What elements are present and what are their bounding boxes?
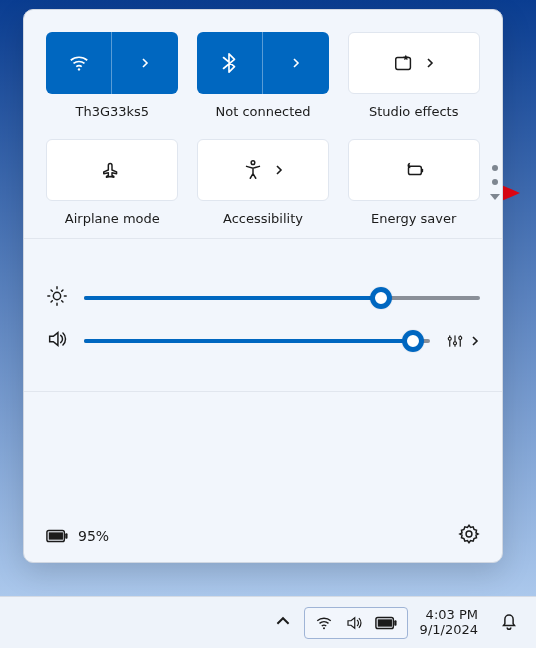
studio-effects-label: Studio effects [369, 104, 459, 119]
wifi-label: Th3G33ks5 [76, 104, 150, 119]
svg-point-5 [251, 161, 255, 165]
page-expand-caret-icon [490, 193, 500, 201]
energy-saver-icon [403, 159, 425, 181]
svg-rect-7 [421, 169, 423, 173]
panel-footer: 95% [24, 509, 502, 562]
taskbar-time: 4:03 PM [426, 608, 478, 623]
wifi-toggle[interactable] [46, 32, 112, 94]
energy-saver-button[interactable] [348, 139, 480, 201]
energy-saver-label: Energy saver [371, 211, 456, 226]
studio-effects-icon [393, 52, 415, 74]
svg-marker-2 [490, 194, 500, 200]
chevron-right-icon [291, 58, 301, 68]
wifi-expand[interactable] [112, 32, 178, 94]
page-indicator[interactable] [490, 165, 500, 201]
taskbar: 4:03 PM 9/1/2024 [0, 596, 536, 648]
volume-icon [46, 328, 68, 353]
bluetooth-expand[interactable] [263, 32, 329, 94]
chevron-right-icon [140, 58, 150, 68]
battery-icon [375, 616, 397, 630]
tile-bluetooth: Not connected [197, 32, 330, 125]
accessibility-icon [242, 159, 264, 181]
brightness-row [46, 285, 480, 310]
airplane-icon [101, 159, 123, 181]
quick-settings-panel: Th3G33ks5 Not connected [23, 9, 503, 563]
svg-point-9 [448, 337, 451, 340]
notifications-button[interactable] [490, 604, 528, 641]
tile-studio-effects: Studio effects [347, 32, 480, 125]
brightness-icon [46, 285, 68, 310]
accessibility-button[interactable] [197, 139, 329, 201]
chevron-right-icon [470, 336, 480, 346]
brightness-fill [84, 296, 381, 300]
airplane-mode-button[interactable] [46, 139, 178, 201]
brightness-thumb[interactable] [370, 287, 392, 309]
svg-point-10 [454, 341, 457, 344]
chevron-right-icon [425, 58, 435, 68]
accessibility-label: Accessibility [223, 211, 303, 226]
tile-energy-saver: Energy saver [347, 139, 480, 232]
bluetooth-button[interactable] [197, 32, 329, 94]
svg-rect-6 [408, 166, 421, 174]
volume-fill [84, 339, 413, 343]
sliders-section [24, 239, 502, 392]
svg-rect-18 [377, 619, 391, 626]
taskbar-clock[interactable]: 4:03 PM 9/1/2024 [414, 608, 484, 638]
bluetooth-icon [218, 52, 240, 74]
chevron-right-icon [274, 165, 284, 175]
volume-output-button[interactable] [446, 332, 480, 350]
svg-point-15 [466, 531, 472, 537]
studio-effects-button[interactable] [348, 32, 480, 94]
tiles-grid: Th3G33ks5 Not connected [24, 10, 502, 239]
svg-point-8 [53, 292, 60, 299]
settings-button[interactable] [458, 523, 480, 548]
svg-rect-4 [395, 58, 410, 70]
svg-rect-13 [49, 532, 63, 539]
taskbar-date: 9/1/2024 [420, 623, 478, 638]
airplane-mode-label: Airplane mode [65, 211, 160, 226]
volume-thumb[interactable] [402, 330, 424, 352]
volume-row [46, 328, 480, 353]
chevron-up-icon [276, 614, 290, 628]
svg-rect-19 [394, 620, 396, 626]
tile-accessibility: Accessibility [197, 139, 330, 232]
svg-point-11 [459, 336, 462, 339]
battery-status[interactable]: 95% [46, 528, 109, 544]
wifi-icon [315, 614, 333, 632]
svg-rect-14 [65, 533, 67, 539]
battery-icon [46, 529, 68, 543]
tile-wifi: Th3G33ks5 [46, 32, 179, 125]
wifi-icon [68, 52, 90, 74]
system-tray[interactable] [304, 607, 408, 639]
bluetooth-toggle[interactable] [197, 32, 263, 94]
bell-icon [498, 610, 520, 632]
mixer-icon [446, 332, 464, 350]
wifi-button[interactable] [46, 32, 178, 94]
tray-overflow-button[interactable] [268, 608, 298, 637]
brightness-slider[interactable] [84, 296, 480, 300]
bluetooth-label: Not connected [216, 104, 311, 119]
page-dot [492, 165, 498, 171]
tile-airplane-mode: Airplane mode [46, 139, 179, 232]
volume-slider[interactable] [84, 339, 430, 343]
volume-icon [345, 614, 363, 632]
svg-point-16 [323, 627, 325, 629]
page-dot [492, 179, 498, 185]
battery-text: 95% [78, 528, 109, 544]
gear-icon [458, 523, 480, 545]
svg-point-3 [78, 68, 80, 70]
